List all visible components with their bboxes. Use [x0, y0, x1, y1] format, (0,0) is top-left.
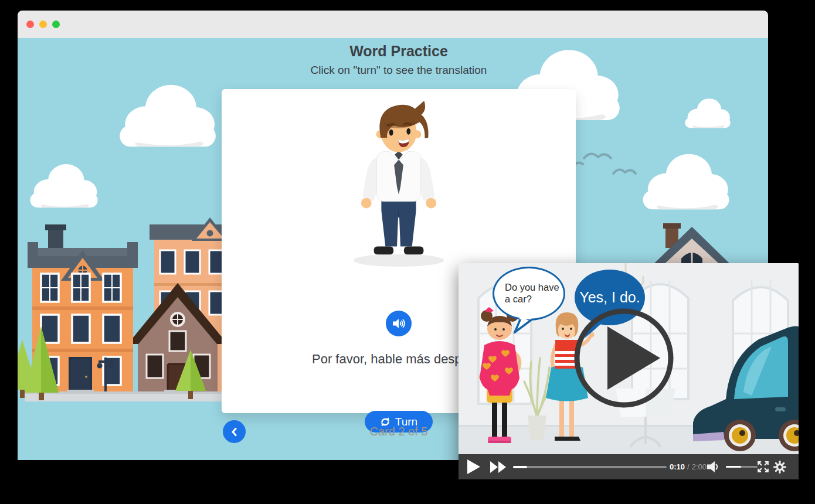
volume-slider[interactable]: [726, 466, 758, 468]
close-window-button[interactable]: [26, 21, 34, 28]
cloud-illustration: [682, 96, 734, 128]
video-progress-fill: [513, 466, 527, 468]
speech-bubble-right-text: Yes, I do.: [579, 289, 640, 306]
play-icon: [467, 459, 481, 475]
time-separator: /: [687, 462, 690, 471]
settings-button[interactable]: [773, 454, 787, 479]
fast-forward-button[interactable]: [490, 454, 507, 479]
cloud-illustration: [26, 158, 101, 210]
video-time-display: 0:10 / 2:00: [670, 454, 707, 479]
speaker-icon: [392, 317, 406, 330]
volume-button[interactable]: [707, 454, 721, 479]
page-title: Word Practice: [222, 43, 576, 60]
video-scene[interactable]: Do you have a car? Yes, I do.: [459, 263, 799, 454]
gear-icon: [773, 460, 787, 474]
speech-bubble-left-text: Do you have a car?: [505, 282, 563, 305]
volume-fill: [726, 466, 741, 468]
zoom-window-button[interactable]: [52, 21, 60, 28]
fast-forward-icon: [490, 461, 507, 473]
fullscreen-button[interactable]: [757, 454, 769, 479]
speech-bubble-left-tail: [512, 316, 532, 333]
cartoon-man-illustration: [349, 97, 449, 271]
audio-button[interactable]: [386, 311, 412, 336]
play-button[interactable]: [467, 454, 481, 479]
video-player: Do you have a car? Yes, I do.: [459, 263, 799, 479]
window-titlebar: [18, 11, 768, 38]
current-time: 0:10: [670, 462, 685, 471]
birds-icon: [575, 145, 651, 181]
speech-bubble-left: Do you have a car?: [493, 267, 565, 321]
desktop-background: Word Practice Click on "turn" to see the…: [0, 0, 815, 504]
volume-icon: [707, 461, 721, 473]
fullscreen-icon: [757, 461, 769, 473]
minimize-window-button[interactable]: [39, 21, 47, 28]
play-circle-icon[interactable]: [573, 308, 674, 408]
video-progress-bar[interactable]: [513, 466, 667, 468]
cloud-illustration: [638, 148, 734, 210]
page-subtitle: Click on "turn" to see the translation: [163, 64, 634, 77]
video-controls: 0:10 / 2:00: [459, 454, 799, 479]
duration: 2:00: [692, 462, 707, 471]
cloud-illustration: [114, 72, 221, 154]
